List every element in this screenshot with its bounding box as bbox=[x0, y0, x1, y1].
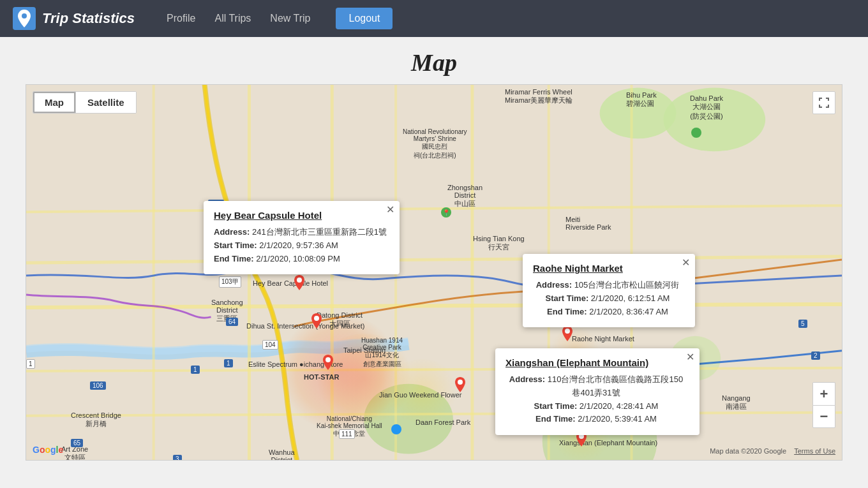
map-copyright: Map data ©2020 Google bbox=[710, 447, 786, 455]
pin-dihua[interactable] bbox=[309, 313, 324, 334]
road-1: 1 bbox=[191, 366, 200, 374]
pin-jian-guo[interactable] bbox=[453, 377, 468, 397]
road-1c: 1 bbox=[26, 359, 35, 369]
map-footer: Map data ©2020 Google Terms of Use bbox=[710, 447, 835, 455]
fullscreen-button[interactable] bbox=[812, 91, 835, 114]
pin-hey-bear[interactable] bbox=[292, 275, 307, 295]
navbar: Trip Statistics Profile All Trips New Tr… bbox=[0, 0, 868, 37]
close-xiangshan[interactable]: ✕ bbox=[686, 352, 694, 362]
map-background[interactable]: Dahu Park大湖公園(防災公園) Bihu Park碧湖公園 Mirama… bbox=[26, 85, 842, 460]
info-window-xiangshan: ✕ Xiangshan (Elephant Mountain) Address:… bbox=[495, 348, 700, 435]
info-window-hey-bear: ✕ Hey Bear Capsule Hotel Address: 241台灣新… bbox=[204, 201, 400, 274]
info-title-hey-bear: Hey Bear Capsule Hotel bbox=[214, 210, 387, 221]
brand-icon bbox=[13, 7, 36, 30]
road-65: 65 bbox=[71, 439, 83, 447]
road-111: 111 bbox=[339, 429, 355, 439]
zoom-out-button[interactable]: − bbox=[812, 405, 835, 428]
svg-point-24 bbox=[458, 380, 463, 385]
map-type-map[interactable]: Map bbox=[33, 92, 75, 113]
svg-text:📍: 📍 bbox=[442, 209, 451, 217]
road-1b: 1 bbox=[224, 359, 233, 367]
road-104: 104 bbox=[262, 340, 278, 350]
logout-button[interactable]: Logout bbox=[336, 8, 393, 29]
marker-green-2 bbox=[690, 126, 703, 142]
road-103: 103甲 bbox=[219, 276, 241, 288]
svg-point-29 bbox=[691, 128, 701, 138]
pin-raohe[interactable] bbox=[560, 326, 575, 346]
pin-hotstar[interactable] bbox=[320, 355, 336, 375]
info-title-raohe: Raohe Night Market bbox=[533, 263, 682, 274]
terms-link[interactable]: Terms of Use bbox=[794, 447, 835, 455]
page-title: Map bbox=[0, 37, 868, 84]
close-hey-bear[interactable]: ✕ bbox=[386, 205, 394, 215]
map-type-satellite[interactable]: Satellite bbox=[75, 92, 136, 113]
google-logo: Google bbox=[33, 445, 63, 455]
info-details-raohe: Address: 105台灣台北市松山區饒河街 Start Time: 2/1/… bbox=[533, 279, 682, 318]
svg-point-5 bbox=[364, 384, 453, 454]
svg-point-4 bbox=[600, 87, 677, 138]
road-2: 2 bbox=[811, 351, 820, 360]
nav-new-trip[interactable]: New Trip bbox=[270, 13, 310, 24]
road-106: 106 bbox=[90, 381, 106, 390]
road-64: 64 bbox=[226, 318, 238, 326]
road-3: 3 bbox=[173, 455, 182, 460]
nav-profile[interactable]: Profile bbox=[167, 13, 195, 24]
svg-point-30 bbox=[391, 424, 401, 434]
map-svg bbox=[26, 85, 842, 460]
brand-link[interactable]: Trip Statistics bbox=[13, 7, 135, 30]
zoom-controls: + − bbox=[812, 382, 835, 428]
nav-all-trips[interactable]: All Trips bbox=[214, 13, 251, 24]
svg-point-22 bbox=[326, 357, 331, 362]
info-title-xiangshan: Xiangshan (Elephant Mountain) bbox=[505, 357, 687, 368]
map-container: Dahu Park大湖公園(防災公園) Bihu Park碧湖公園 Mirama… bbox=[26, 84, 842, 461]
svg-point-25 bbox=[565, 329, 570, 334]
zoom-in-button[interactable]: + bbox=[812, 382, 835, 405]
info-window-raohe: ✕ Raohe Night Market Address: 105台灣台北市松山… bbox=[523, 254, 695, 327]
svg-point-1 bbox=[22, 13, 27, 18]
marker-blue-bag bbox=[390, 423, 403, 438]
road-5: 5 bbox=[798, 320, 807, 328]
svg-point-3 bbox=[663, 87, 765, 151]
marker-green-1: 📍 bbox=[440, 206, 453, 221]
close-raohe[interactable]: ✕ bbox=[682, 258, 690, 268]
info-details-hey-bear: Address: 241台灣新北市三重區重新路二段1號 Start Time: … bbox=[214, 226, 387, 265]
svg-point-20 bbox=[297, 277, 302, 283]
info-details-xiangshan: Address: 110台灣台北市信義區信義路五段150巷401弄31號 Sta… bbox=[505, 373, 687, 426]
svg-point-21 bbox=[314, 316, 319, 321]
map-type-controls: Map Satellite bbox=[33, 91, 137, 114]
brand-text: Trip Statistics bbox=[42, 10, 135, 27]
